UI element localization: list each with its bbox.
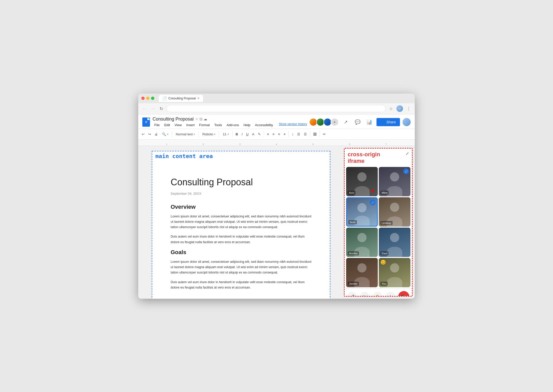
traffic-lights — [141, 97, 154, 100]
print-button[interactable]: 🖨 — [153, 130, 159, 138]
justify-button[interactable]: ≡ — [282, 130, 287, 138]
emoji-badge-you: 😊 — [380, 259, 386, 265]
section2-para1[interactable]: Lorem ipsum dolor sit amet, consectetuer… — [171, 259, 311, 276]
align-right-button[interactable]: ≡ — [276, 130, 282, 138]
underline-button[interactable]: U — [245, 130, 250, 138]
tab-close-button[interactable]: ✕ — [197, 97, 199, 100]
menu-accessibility[interactable]: Accessibility — [253, 122, 275, 128]
align-center-button[interactable]: ≡ — [271, 130, 276, 138]
line-spacing-button[interactable]: ↕ — [290, 130, 295, 138]
doc-area: main content area Consulting Proposal Se… — [138, 146, 344, 299]
docs-logo-area: ≡ Consulting Proposal ☆ ⊡ ☁ File Edit — [142, 116, 307, 128]
tab-title: Consulting Proposal — [168, 97, 196, 100]
docs-logo: ≡ — [142, 117, 150, 127]
redo-button[interactable]: ↪ — [147, 130, 153, 138]
menu-view[interactable]: View — [173, 122, 183, 128]
image-button[interactable]: 🖼 — [312, 130, 318, 138]
star-icon[interactable]: ☆ — [195, 117, 198, 121]
collaborator-avatar-1 — [309, 118, 317, 126]
user-avatar: U — [396, 105, 403, 112]
separator-4 — [232, 131, 233, 137]
menu-tools[interactable]: Tools — [212, 122, 224, 128]
main-area: main content area Consulting Proposal Se… — [138, 146, 415, 299]
style-dropdown[interactable]: Normal text ▾ — [174, 130, 197, 138]
iframe-title: cross-originiframe — [348, 151, 380, 165]
participant-name-elad: Elad — [380, 251, 388, 255]
share-icon: 👤 — [381, 120, 385, 124]
docs-icons: ☆ ⊡ ☁ — [195, 117, 207, 121]
comments-button[interactable]: 💬 — [353, 117, 362, 127]
docs-right-actions: ⊕ ↗ 💬 📊 👤 Share — [310, 117, 411, 127]
expand-icon[interactable]: ⤢ — [406, 151, 409, 156]
zoom-dropdown[interactable]: 🔍▾ — [160, 130, 170, 138]
bookmark-icon[interactable]: ☆ — [388, 105, 394, 112]
participant-name-annika: Annika — [348, 251, 359, 255]
ruler-inner: 1 2 3 4 5 6 7 — [138, 140, 415, 146]
docs-menu: File Edit View Insert Format Tools Add-o… — [153, 122, 307, 128]
numbered-button[interactable]: ☰ — [302, 130, 308, 138]
align-left-button[interactable]: ≡ — [266, 130, 271, 138]
menu-file[interactable]: File — [153, 122, 161, 128]
bullets-button[interactable]: ☰ — [296, 130, 302, 138]
section1-para2[interactable]: Duis autem vel eum iriure dolor in hendr… — [171, 234, 311, 245]
separator-7 — [310, 131, 310, 137]
raise-hand-button[interactable]: ✋ — [373, 292, 382, 296]
italic-button[interactable]: I — [240, 130, 244, 138]
video-cell-jordan: Jordan — [346, 258, 378, 287]
more-options-button[interactable]: ⋮ — [385, 292, 395, 296]
separator-3 — [219, 131, 219, 137]
menu-edit[interactable]: Edit — [162, 122, 172, 128]
reload-button[interactable]: ↻ — [159, 105, 164, 112]
camera-button[interactable]: 📷 — [360, 292, 370, 296]
menu-format[interactable]: Format — [197, 122, 211, 128]
cloud-icon[interactable]: ☁ — [204, 117, 207, 121]
tab-area: 📄 Consulting Proposal ✕ — [159, 95, 203, 102]
forward-button[interactable]: → — [150, 105, 156, 112]
iframe-header: cross-originiframe ⤢ — [345, 149, 412, 167]
user-avatar-header — [403, 118, 411, 126]
video-cell-annika: Annika — [346, 228, 378, 257]
separator-1 — [172, 131, 172, 137]
active-tab[interactable]: 📄 Consulting Proposal ✕ — [159, 95, 203, 102]
url-bar[interactable] — [167, 105, 386, 112]
video-cell-lindsay: Lindsay — [379, 197, 410, 227]
doc-date: September 04, 20XX — [171, 192, 311, 195]
back-button[interactable]: ← — [141, 105, 147, 112]
section1-para1[interactable]: Lorem ipsum dolor sit amet, consectetuer… — [171, 214, 311, 230]
minimize-button[interactable] — [146, 97, 149, 100]
participant-name-beth: Beth — [348, 220, 357, 224]
menu-insert[interactable]: Insert — [184, 122, 196, 128]
bold-button[interactable]: B — [234, 130, 240, 138]
doc-page: main content area Consulting Proposal Se… — [152, 151, 330, 299]
menu-help[interactable]: Help — [242, 122, 252, 128]
trending-button[interactable]: ↗ — [341, 117, 350, 127]
docs-header: ≡ Consulting Proposal ☆ ⊡ ☁ File Edit — [138, 114, 415, 129]
folder-icon[interactable]: ⊡ — [199, 117, 203, 121]
end-call-button[interactable]: 📞 — [398, 291, 409, 296]
text-color-button[interactable]: A — [250, 130, 256, 138]
size-dropdown[interactable]: 11 ▾ — [221, 130, 231, 138]
docs-filename-area: Consulting Proposal ☆ ⊡ ☁ File Edit View… — [153, 116, 307, 128]
mute-button[interactable]: 🎤 — [347, 292, 357, 296]
video-cell-mike: Mike 🔊 — [379, 167, 410, 196]
docs-title-row: ≡ Consulting Proposal ☆ ⊡ ☁ File Edit — [142, 116, 411, 128]
doc-title: Consulting Proposal — [171, 177, 311, 188]
tab-icon: 📄 — [162, 96, 167, 100]
highlight-button[interactable]: ✎ — [256, 130, 262, 138]
menu-icon[interactable]: ⋮ — [406, 105, 412, 112]
separator-2 — [198, 131, 199, 137]
present-button[interactable]: 📊 — [365, 117, 374, 127]
maximize-button[interactable] — [151, 97, 154, 100]
section2-para2[interactable]: Duis autem vel eum iriure dolor in hendr… — [171, 280, 311, 291]
close-button[interactable] — [141, 97, 145, 100]
ruler: 1 2 3 4 5 6 7 — [138, 140, 415, 146]
font-dropdown[interactable]: Roboto ▾ — [200, 130, 217, 138]
video-grid: Aziz Mike 🔊 — [345, 167, 412, 287]
menu-addons[interactable]: Add-ons — [225, 122, 241, 128]
undo-button[interactable]: ↩ — [140, 130, 146, 138]
edit-button[interactable]: ✏ — [321, 130, 327, 138]
share-button[interactable]: 👤 Share — [376, 118, 400, 126]
show-version-link[interactable]: Show version history — [279, 122, 307, 128]
video-cell-aziz: Aziz — [346, 167, 378, 196]
section2-heading: Goals — [171, 249, 311, 256]
